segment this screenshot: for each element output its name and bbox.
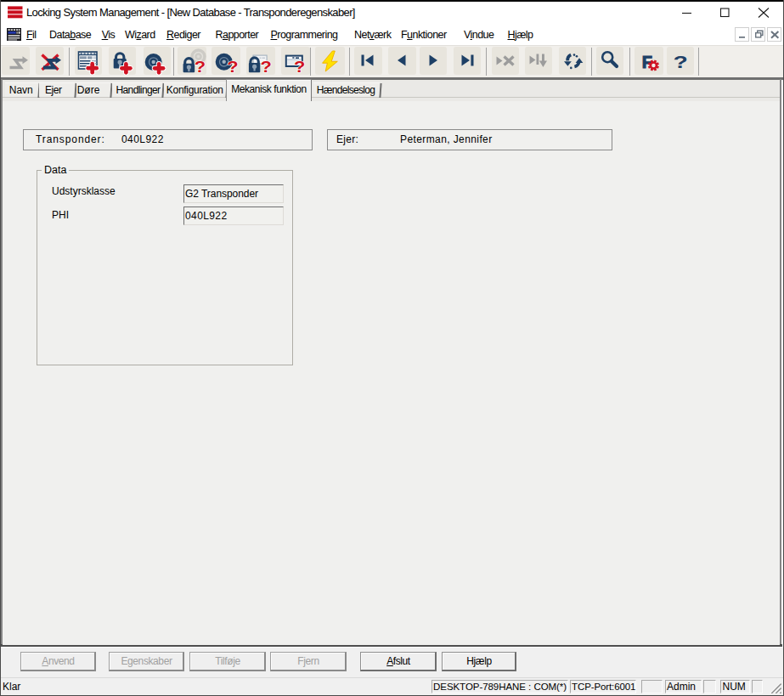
svg-text:?: ? bbox=[260, 58, 271, 76]
svg-text:?: ? bbox=[294, 58, 305, 76]
svg-text:?: ? bbox=[673, 53, 687, 71]
svg-text:?: ? bbox=[194, 58, 205, 76]
svg-text:?: ? bbox=[227, 58, 238, 76]
